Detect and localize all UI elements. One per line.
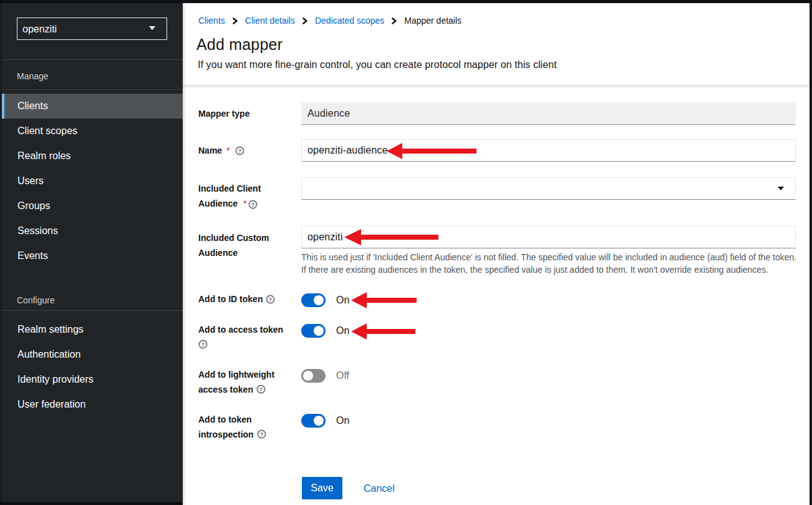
svg-text:?: ?	[251, 201, 255, 208]
svg-text:?: ?	[269, 296, 273, 303]
svg-text:?: ?	[260, 431, 264, 438]
svg-text:?: ?	[201, 341, 205, 348]
svg-text:?: ?	[259, 386, 263, 393]
svg-text:?: ?	[238, 147, 242, 154]
